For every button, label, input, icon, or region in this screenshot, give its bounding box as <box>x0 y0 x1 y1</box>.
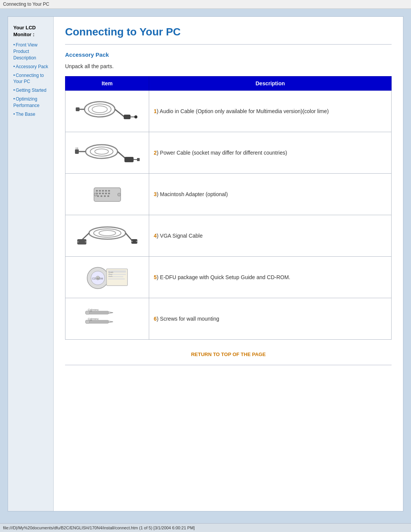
sidebar: Your LCD Monitor : Front View Product De… <box>8 17 54 511</box>
return-to-top-link[interactable]: RETURN TO TOP OF THE PAGE <box>191 351 266 357</box>
svg-rect-56 <box>108 278 125 280</box>
item-num-6: 6 <box>154 316 157 322</box>
intro-text: Unpack all the parts. <box>65 63 392 69</box>
svg-rect-13 <box>75 149 79 154</box>
svg-rect-29 <box>105 193 107 194</box>
svg-rect-4 <box>76 107 80 111</box>
table-row: 3) Macintosh Adapter (optional) <box>65 174 392 215</box>
desc-text-2: Power Cable (socket may differ for diffe… <box>160 150 287 156</box>
item-num-1: 1 <box>154 108 157 114</box>
svg-text:Cg[rmmc: Cg[rmmc <box>88 308 99 312</box>
item-num-2-paren: ) <box>157 150 159 156</box>
desc-text-6: Screws for wall mounting <box>160 316 219 322</box>
outer-frame: Your LCD Monitor : Front View Product De… <box>0 9 411 523</box>
svg-line-5 <box>115 109 124 117</box>
desc-text-1: Audio in Cable (Option only available fo… <box>160 108 329 114</box>
svg-line-69 <box>108 322 113 323</box>
table-header-row: Item Description <box>65 77 392 91</box>
svg-rect-27 <box>99 193 101 194</box>
status-bar-text: file:///D|/My%20documents/dfu/B2C/ENGLIS… <box>3 526 195 530</box>
svg-rect-28 <box>102 193 104 194</box>
svg-rect-23 <box>102 190 104 192</box>
sidebar-item-accessory[interactable]: Accessory Pack <box>13 64 49 70</box>
sidebar-item-connecting[interactable]: Connecting to Your PC <box>13 72 49 85</box>
main-content: Connecting to Your PC Accessory Pack Unp… <box>54 17 403 511</box>
section-title: Accessory Pack <box>65 51 392 58</box>
svg-text:Guide: Guide <box>108 275 113 277</box>
item-num-4-paren: ) <box>157 233 159 239</box>
svg-rect-20 <box>94 188 121 201</box>
divider-bottom <box>65 365 392 365</box>
desc-cell-5: 5) E-DFU package with Quick Setup Guide … <box>149 257 392 298</box>
title-bar: Connecting to Your PC <box>0 0 411 9</box>
vga-cable-illus <box>70 220 144 251</box>
mac-adapter-illus <box>70 179 144 209</box>
sidebar-item-front-view[interactable]: Front View Product Description <box>13 42 49 61</box>
svg-point-8 <box>134 115 137 118</box>
screws-svg: Cg[rmmc Cg[rmmc <box>83 304 132 334</box>
desc-cell-2: 2) Power Cable (socket may differ for di… <box>149 132 392 174</box>
svg-rect-17 <box>124 157 134 162</box>
sidebar-title: Your LCD Monitor : <box>13 24 49 38</box>
svg-point-39 <box>99 230 116 236</box>
svg-rect-19 <box>137 158 140 161</box>
power-cable-illus <box>70 137 144 168</box>
edfu-svg: CD-ROM Quick Setup <box>81 262 134 292</box>
table-row: 2) Power Cable (socket may differ for di… <box>65 132 392 174</box>
return-top-section: RETURN TO TOP OF THE PAGE <box>65 351 392 357</box>
item-num-3-paren: ) <box>157 191 159 197</box>
svg-line-64 <box>108 313 113 313</box>
svg-point-43 <box>85 241 86 243</box>
table-row: 4) VGA Signal Cable <box>65 215 392 257</box>
svg-text:CD-ROM: CD-ROM <box>92 277 103 280</box>
svg-rect-25 <box>108 190 110 192</box>
item-num-1-paren: ) <box>157 108 159 114</box>
svg-rect-22 <box>99 190 101 192</box>
status-bar: file:///D|/My%20documents/dfu/B2C/ENGLIS… <box>0 523 411 532</box>
svg-point-10 <box>90 147 113 156</box>
svg-point-36 <box>118 193 121 196</box>
item-cell-6: Cg[rmmc Cg[rmmc <box>65 298 149 340</box>
mac-adapter-svg <box>83 181 132 208</box>
screws-illus: Cg[rmmc Cg[rmmc <box>70 304 144 334</box>
svg-point-42 <box>77 241 79 243</box>
col-header-item: Item <box>65 77 149 91</box>
divider-top <box>65 44 392 45</box>
sidebar-item-getting-started[interactable]: Getting Started <box>13 87 49 94</box>
table-row: Cg[rmmc Cg[rmmc 6) Screws for wall mount… <box>65 298 392 340</box>
svg-rect-32 <box>100 195 102 197</box>
item-num-6-paren: ) <box>157 316 159 322</box>
content-area: Your LCD Monitor : Front View Product De… <box>8 17 403 511</box>
svg-point-2 <box>92 106 107 113</box>
item-cell-3 <box>65 174 149 215</box>
item-cell-2 <box>65 132 149 174</box>
desc-cell-4: 4) VGA Signal Cable <box>149 215 392 257</box>
item-cell-5: CD-ROM Quick Setup <box>65 257 149 298</box>
item-cell-1 <box>65 91 149 132</box>
svg-point-47 <box>136 241 137 242</box>
svg-point-46 <box>131 241 133 242</box>
table-row: CD-ROM Quick Setup <box>65 257 392 298</box>
svg-rect-6 <box>124 115 131 119</box>
svg-point-35 <box>94 193 97 196</box>
main-container: Your LCD Monitor : Front View Product De… <box>8 16 403 511</box>
svg-rect-24 <box>105 190 107 192</box>
item-num-3: 3 <box>154 191 157 197</box>
item-num-5-paren: ) <box>157 274 159 280</box>
svg-text:Cg[rmmc: Cg[rmmc <box>88 318 99 321</box>
desc-cell-3: 3) Macintosh Adapter (optional) <box>149 174 392 215</box>
item-cell-4 <box>65 215 149 257</box>
desc-cell-1: 1) Audio in Cable (Option only available… <box>149 91 392 132</box>
power-cable-svg <box>75 139 140 166</box>
sidebar-item-base[interactable]: The Base <box>13 111 49 118</box>
desc-cell-6: 6) Screws for wall mounting <box>149 298 392 340</box>
vga-cable-svg <box>75 222 140 249</box>
item-num-5: 5 <box>154 274 157 280</box>
svg-rect-33 <box>104 195 106 197</box>
table-row: 1) Audio in Cable (Option only available… <box>65 91 392 132</box>
title-bar-text: Connecting to Your PC <box>3 2 49 7</box>
accessory-table: Item Description <box>65 76 392 340</box>
sidebar-item-optimizing[interactable]: Optimizing Performance <box>13 96 49 109</box>
svg-rect-31 <box>97 195 99 197</box>
edfu-illus: CD-ROM Quick Setup <box>70 262 144 292</box>
